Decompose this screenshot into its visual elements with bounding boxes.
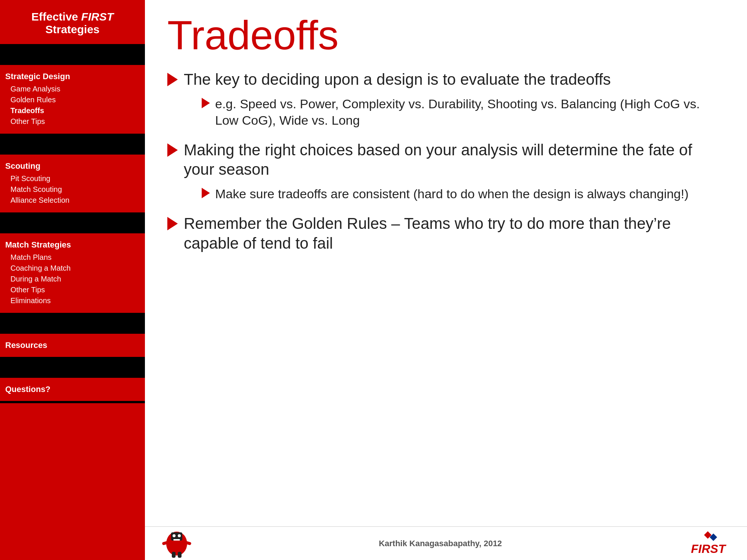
bullet-2-text: Making the right choices based on your a… bbox=[184, 141, 692, 178]
sidebar-spacer-5 bbox=[0, 359, 145, 378]
sidebar-spacer-1 bbox=[0, 46, 145, 65]
sidebar-item-coaching-match[interactable]: Coaching a Match bbox=[5, 263, 140, 274]
bullet-3-arrow-icon bbox=[167, 217, 178, 230]
sidebar-section-title-match[interactable]: Match Strategies bbox=[5, 240, 140, 250]
sidebar-section-match-strategies: Match Strategies Match Plans Coaching a … bbox=[0, 233, 145, 315]
sidebar-section-title-strategic[interactable]: Strategic Design bbox=[5, 72, 140, 81]
svg-point-2 bbox=[173, 534, 176, 537]
bullet-2: Making the right choices based on your a… bbox=[167, 140, 725, 202]
sidebar-section-resources[interactable]: Resources bbox=[0, 334, 145, 359]
sidebar-item-other-tips-strategic[interactable]: Other Tips bbox=[5, 116, 140, 127]
bullet-1: The key to deciding upon a design is to … bbox=[167, 70, 725, 128]
svg-rect-8 bbox=[178, 552, 182, 558]
svg-rect-7 bbox=[172, 552, 176, 558]
sub-bullet-1-1-arrow-icon bbox=[202, 98, 210, 108]
sidebar-title-effective: Effective bbox=[31, 10, 81, 23]
sidebar-item-questions[interactable]: Questions? bbox=[5, 385, 140, 394]
sidebar-item-match-plans[interactable]: Match Plans bbox=[5, 252, 140, 263]
main-body: The key to deciding upon a design is to … bbox=[145, 62, 747, 526]
svg-rect-4 bbox=[173, 539, 180, 541]
sidebar-item-match-scouting[interactable]: Match Scouting bbox=[5, 184, 140, 195]
footer-mascot bbox=[160, 529, 193, 559]
page-title: Tradeoffs bbox=[145, 0, 747, 62]
sidebar-spacer-4 bbox=[0, 315, 145, 334]
sidebar-item-golden-rules[interactable]: Golden Rules bbox=[5, 94, 140, 105]
sidebar-item-resources[interactable]: Resources bbox=[5, 340, 140, 350]
sidebar-item-pit-scouting[interactable]: Pit Scouting bbox=[5, 173, 140, 184]
sidebar-section-questions[interactable]: Questions? bbox=[0, 378, 145, 403]
sidebar-header[interactable]: Effective FIRST Strategies bbox=[0, 0, 145, 46]
sidebar-item-game-analysis[interactable]: Game Analysis bbox=[5, 84, 140, 94]
main-content: Tradeoffs The key to deciding upon a des… bbox=[145, 0, 747, 560]
sidebar-item-other-tips-match[interactable]: Other Tips bbox=[5, 284, 140, 295]
first-logo-icon: FIRST bbox=[687, 531, 732, 557]
sub-bullet-1-1-text: e.g. Speed vs. Power, Complexity vs. Dur… bbox=[215, 96, 725, 128]
footer: Karthik Kanagasabapathy, 2012 FIRST bbox=[145, 526, 747, 560]
bullet-3-text: Remember the Golden Rules – Teams who tr… bbox=[184, 215, 671, 252]
svg-point-3 bbox=[178, 534, 181, 537]
sidebar-item-during-match[interactable]: During a Match bbox=[5, 274, 140, 284]
sidebar-title-strategies: Strategies bbox=[7, 23, 138, 36]
bullet-1-arrow-icon bbox=[167, 73, 178, 86]
sidebar-section-scouting: Scouting Pit Scouting Match Scouting All… bbox=[0, 155, 145, 215]
sub-bullet-2-1-arrow-icon bbox=[202, 188, 210, 198]
sub-bullet-1-1: e.g. Speed vs. Power, Complexity vs. Dur… bbox=[202, 96, 725, 128]
sidebar-title-first: FIRST bbox=[81, 10, 114, 23]
sidebar-item-tradeoffs[interactable]: Tradeoffs bbox=[5, 105, 140, 116]
sub-bullet-2-1: Make sure tradeoffs are consistent (hard… bbox=[202, 186, 725, 202]
sidebar-spacer-3 bbox=[0, 215, 145, 233]
bullet-3: Remember the Golden Rules – Teams who tr… bbox=[167, 214, 725, 253]
sidebar: Effective FIRST Strategies Strategic Des… bbox=[0, 0, 145, 560]
sidebar-item-eliminations[interactable]: Eliminations bbox=[5, 295, 140, 306]
sidebar-section-strategic-design: Strategic Design Game Analysis Golden Ru… bbox=[0, 65, 145, 136]
mascot-icon bbox=[160, 529, 193, 559]
sidebar-spacer-2 bbox=[0, 136, 145, 155]
sub-bullet-2-1-text: Make sure tradeoffs are consistent (hard… bbox=[215, 186, 689, 202]
bullet-1-text: The key to deciding upon a design is to … bbox=[184, 71, 611, 88]
first-logo: FIRST bbox=[687, 531, 732, 557]
sidebar-item-alliance-selection[interactable]: Alliance Selection bbox=[5, 195, 140, 206]
bullet-2-arrow-icon bbox=[167, 143, 178, 157]
footer-author-text: Karthik Kanagasabapathy, 2012 bbox=[379, 539, 502, 548]
sidebar-section-title-scouting[interactable]: Scouting bbox=[5, 161, 140, 171]
svg-text:FIRST: FIRST bbox=[691, 542, 726, 556]
